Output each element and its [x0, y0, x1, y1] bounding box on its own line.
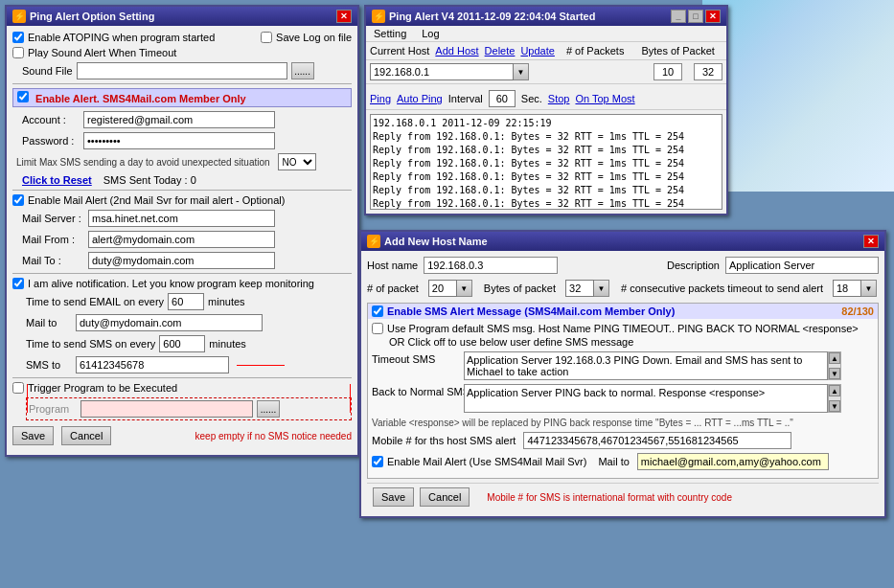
enable-atoping-check[interactable]: [12, 32, 24, 43]
addhost-titlebar: ⚡ Add New Host Name ✕: [361, 232, 884, 251]
normal-scroll-up[interactable]: ▲: [829, 385, 840, 396]
add-host-link[interactable]: Add Host: [435, 45, 478, 57]
mail-to-input[interactable]: duty@mydomain.com: [88, 252, 275, 269]
sound-file-input[interactable]: [77, 62, 287, 79]
mail-to-alive-label: Mail to: [26, 317, 72, 328]
log-line: Reply from 192.168.0.1: Bytes = 32 RTT =…: [373, 184, 720, 197]
mail-alert-check[interactable]: [12, 194, 24, 206]
program-label: Program: [29, 403, 77, 415]
addhost-bottom-bar: Save Cancel Mobile # for SMS is internat…: [367, 483, 879, 510]
save-log-check[interactable]: [261, 32, 272, 43]
sms-enable-check[interactable]: [17, 91, 29, 102]
limit-label: Limit Max SMS sending a day to avoid une…: [16, 157, 270, 168]
addhost-close-btn[interactable]: ✕: [863, 235, 879, 248]
mobile-input[interactable]: 447123345678,46701234567,551681234565: [523, 432, 791, 449]
sms-enable-check2[interactable]: [372, 305, 383, 317]
description-label: Description: [667, 260, 720, 271]
sms-every-input[interactable]: 600: [159, 335, 205, 352]
log-line: Reply from 192.168.0.1: Bytes = 32 RTT =…: [373, 130, 720, 144]
host-name-input[interactable]: 192.168.0.3: [424, 257, 558, 274]
normal-sms-input[interactable]: Application Server PING back to normal. …: [464, 384, 828, 413]
account-label: Account :: [22, 114, 80, 125]
description-input[interactable]: Application Server: [725, 257, 879, 274]
options-cancel-btn[interactable]: Cancel: [61, 426, 111, 445]
password-input[interactable]: [83, 132, 275, 149]
mail-from-input[interactable]: alert@mydomain.com: [88, 231, 275, 248]
consecutive-label: # consecutive packets timeout to send al…: [621, 283, 823, 294]
scroll-up-arrow[interactable]: ▲: [829, 352, 840, 364]
use-default-check[interactable]: [372, 323, 383, 334]
mail-server-input[interactable]: msa.hinet.net.com: [88, 210, 275, 227]
host-dropdown-arrow[interactable]: ▼: [514, 63, 529, 80]
sms-to-input[interactable]: 61412345678: [76, 356, 229, 373]
play-sound-check[interactable]: [12, 47, 24, 58]
interval-input[interactable]: 60: [489, 90, 516, 107]
addhost-bytes-input[interactable]: 32: [565, 280, 594, 297]
save-log-label: Save Log on file: [276, 32, 352, 43]
delete-link[interactable]: Delete: [485, 45, 516, 57]
ping-close-btn[interactable]: ✕: [705, 10, 721, 23]
packets-label: # of Packets: [566, 45, 625, 57]
auto-ping-link[interactable]: Auto Ping: [397, 93, 443, 104]
consecutive-arrow[interactable]: ▼: [861, 280, 877, 297]
mail-alert-label: Enable Mail Alert (2nd Mail Svr for mail…: [28, 194, 285, 206]
addhost-mail-to-input[interactable]: michael@gmail.com,amy@yahoo.com: [637, 453, 829, 470]
log-line: Reply from 192.168.0.1: Bytes = 32 RTT =…: [373, 157, 720, 170]
addhost-packets-input[interactable]: 20: [428, 280, 457, 297]
log-line: Reply from 192.168.0.1: Bytes = 32 RTT =…: [373, 197, 720, 210]
sms-section-title: Enable SMS Alert Message (SMS4Mail.com M…: [387, 305, 675, 317]
click-reset-link[interactable]: Click to Reset: [22, 174, 92, 186]
addhost-content: Host name 192.168.0.3 Description Applic…: [361, 251, 884, 516]
host-bar: Current Host Add Host Delete Update # of…: [366, 42, 726, 60]
trigger-label: Trigger Program to be Executed: [28, 382, 177, 394]
log-line: 192.168.0.1 2011-12-09 22:15:19: [373, 117, 720, 130]
mail-to-alive-input[interactable]: duty@mydomain.com: [76, 314, 263, 331]
normal-scrollbar[interactable]: ▲ ▼: [828, 384, 841, 413]
menu-log[interactable]: Log: [418, 27, 443, 40]
ontop-link[interactable]: On Top Most: [575, 93, 634, 104]
trigger-check[interactable]: [12, 382, 24, 394]
options-titlebar: ⚡ Ping Alert Option Setting ✕: [7, 7, 357, 26]
ping-window: ⚡ Ping Alert V4 2011-12-09 22:04:04 Star…: [364, 5, 728, 215]
program-input[interactable]: [80, 400, 253, 418]
consecutive-input[interactable]: 18: [833, 280, 861, 297]
alive-check[interactable]: [12, 278, 24, 289]
addhost-mail-to-label: Mail to: [598, 456, 629, 467]
account-input[interactable]: registered@gmail.com: [83, 111, 275, 128]
ping-minimize-btn[interactable]: _: [671, 10, 686, 23]
addhost-title: Add New Host Name: [384, 236, 488, 247]
ping-link[interactable]: Ping: [370, 93, 391, 104]
use-default-line2: OR Click off to use below user define SM…: [389, 336, 633, 348]
addhost-mail-check[interactable]: [372, 456, 383, 467]
timeout-sms-input[interactable]: Application Server 192.168.0.3 PING Down…: [464, 351, 828, 380]
stop-link[interactable]: Stop: [548, 93, 570, 104]
ping-window-icon: ⚡: [372, 10, 385, 23]
addhost-cancel-btn[interactable]: Cancel: [420, 487, 470, 507]
keep-empty-note: keep empty if no SMS notice needed: [195, 431, 352, 441]
addhost-packets-arrow[interactable]: ▼: [457, 280, 472, 297]
bytes-input[interactable]: 32: [694, 63, 722, 80]
scroll-down-arrow[interactable]: ▼: [829, 368, 840, 379]
host-name-label: Host name: [367, 260, 418, 271]
sms-section: Enable SMS Alert Message (SMS4Mail.com M…: [367, 303, 879, 479]
ping-maximize-btn[interactable]: □: [688, 10, 703, 23]
sms-count: 82/130: [841, 305, 874, 317]
timeout-scrollbar[interactable]: ▲ ▼: [828, 351, 841, 380]
menu-setting[interactable]: Setting: [370, 27, 410, 40]
sound-browse-btn[interactable]: ......: [291, 62, 314, 79]
packets-input[interactable]: 10: [653, 63, 682, 80]
normal-scroll-down[interactable]: ▼: [829, 400, 840, 412]
sms-section-title: Enable Alert. SMS4Mail.com Member Only: [35, 93, 246, 104]
limit-select[interactable]: NO 5 10: [278, 153, 316, 170]
options-save-btn[interactable]: Save: [12, 426, 54, 445]
program-browse-btn[interactable]: ......: [257, 400, 280, 418]
email-every-input[interactable]: 60: [168, 293, 204, 310]
update-link[interactable]: Update: [520, 45, 554, 57]
interval-label: Interval: [448, 93, 483, 104]
addhost-mail-label: Enable Mail Alert (Use SMS4Mail Mail Svr…: [387, 456, 586, 467]
addhost-save-btn[interactable]: Save: [373, 487, 414, 507]
options-close-btn[interactable]: ✕: [336, 10, 352, 23]
host-input[interactable]: 192.168.0.1: [370, 63, 514, 80]
addhost-bytes-arrow[interactable]: ▼: [594, 280, 609, 297]
sms-section-header: Enable SMS Alert Message (SMS4Mail.com M…: [368, 304, 878, 319]
